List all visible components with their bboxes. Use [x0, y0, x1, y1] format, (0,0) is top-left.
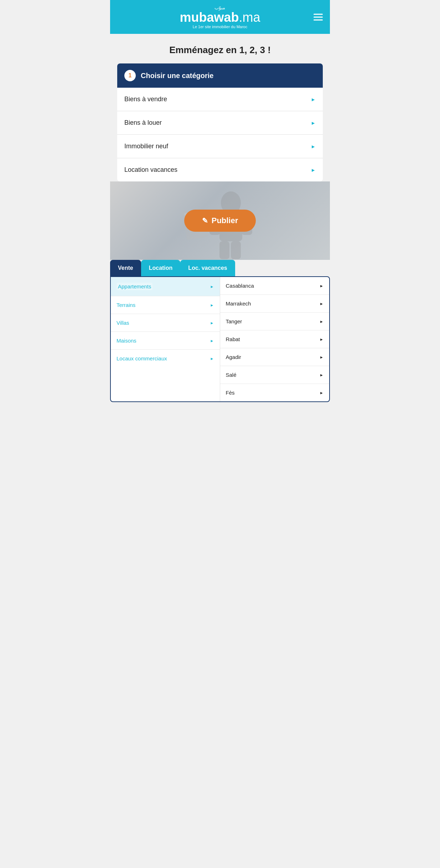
city-label-rabat: Rabat — [226, 336, 240, 342]
property-type-col: Appartements ► Terrains ► Villas ► Maiso… — [111, 277, 220, 401]
property-type-appartements[interactable]: Appartements ► — [111, 277, 220, 296]
category-section: 1 Choisir une catégorie Biens à vendre ►… — [117, 63, 323, 181]
category-item-louer[interactable]: Biens à louer ► — [117, 111, 323, 135]
city-label-casablanca: Casablanca — [226, 283, 254, 289]
step-number: 1 — [124, 70, 136, 81]
city-label-sale: Salé — [226, 372, 237, 378]
property-label-appartements: Appartements — [117, 283, 152, 290]
arrow-rabat: ► — [320, 337, 323, 341]
search-grid: Appartements ► Terrains ► Villas ► Maiso… — [110, 276, 330, 402]
main-content: Emménagez en 1, 2, 3 ! 1 Choisir une cat… — [110, 34, 330, 181]
property-type-terrains[interactable]: Terrains ► — [111, 296, 220, 314]
publier-button[interactable]: ✎ Publier — [184, 210, 256, 232]
city-marrakech[interactable]: Marrakech ► — [220, 295, 330, 313]
city-fes[interactable]: Fès ► — [220, 384, 330, 401]
step-label: Choisir une catégorie — [141, 72, 214, 80]
hamburger-icon — [314, 14, 323, 20]
category-label-vendre: Biens à vendre — [124, 96, 167, 103]
city-label-agadir: Agadir — [226, 354, 241, 360]
arrow-tanger: ► — [320, 319, 323, 324]
arrow-locaux: ► — [210, 356, 214, 361]
arrow-casablanca: ► — [320, 284, 323, 288]
logo-brand: mubawab.ma — [180, 10, 260, 25]
property-type-maisons[interactable]: Maisons ► — [111, 332, 220, 350]
property-label-maisons: Maisons — [117, 338, 136, 344]
menu-button[interactable] — [314, 14, 323, 20]
property-type-locaux[interactable]: Locaux commerciaux ► — [111, 350, 220, 367]
publier-label: Publier — [212, 216, 238, 225]
category-label-louer: Biens à louer — [124, 119, 162, 127]
logo[interactable]: مبوّب mubawab.ma Le 1er site immobilier … — [180, 5, 260, 29]
city-casablanca[interactable]: Casablanca ► — [220, 277, 330, 295]
tab-vente[interactable]: Vente — [110, 260, 141, 276]
arrow-fes: ► — [320, 391, 323, 395]
tab-loc-vacances[interactable]: Loc. vacances — [180, 260, 235, 276]
edit-icon: ✎ — [202, 216, 208, 225]
arrow-icon-neuf: ► — [311, 144, 316, 149]
property-label-locaux: Locaux commerciaux — [117, 355, 167, 361]
city-col: Casablanca ► Marrakech ► Tanger ► Rabat … — [220, 277, 330, 401]
city-tanger[interactable]: Tanger ► — [220, 313, 330, 330]
search-tabs: Vente Location Loc. vacances — [110, 260, 330, 276]
arrow-icon-vacances: ► — [311, 167, 316, 173]
arrow-villas: ► — [210, 321, 214, 325]
category-header: 1 Choisir une catégorie — [117, 63, 323, 88]
arrow-appartements: ► — [210, 284, 214, 289]
city-label-fes: Fès — [226, 390, 235, 396]
svg-rect-5 — [231, 241, 241, 259]
city-sale[interactable]: Salé ► — [220, 366, 330, 384]
city-agadir[interactable]: Agadir ► — [220, 348, 330, 366]
category-label-neuf: Immobilier neuf — [124, 143, 168, 150]
city-label-tanger: Tanger — [226, 318, 242, 324]
category-item-vacances[interactable]: Location vacances ► — [117, 158, 323, 181]
category-label-vacances: Location vacances — [124, 166, 177, 174]
tab-location[interactable]: Location — [141, 260, 181, 276]
arrow-sale: ► — [320, 373, 323, 377]
publish-banner: ✎ Publier — [110, 181, 330, 260]
category-item-vendre[interactable]: Biens à vendre ► — [117, 88, 323, 111]
category-item-neuf[interactable]: Immobilier neuf ► — [117, 135, 323, 158]
arrow-agadir: ► — [320, 355, 323, 359]
page-title: Emménagez en 1, 2, 3 ! — [117, 45, 323, 56]
arrow-icon-vendre: ► — [311, 97, 316, 102]
header: مبوّب mubawab.ma Le 1er site immobilier … — [110, 0, 330, 34]
property-label-terrains: Terrains — [117, 302, 135, 308]
property-type-villas[interactable]: Villas ► — [111, 314, 220, 332]
city-label-marrakech: Marrakech — [226, 301, 251, 307]
arrow-icon-louer: ► — [311, 120, 316, 126]
city-rabat[interactable]: Rabat ► — [220, 330, 330, 348]
arrow-marrakech: ► — [320, 302, 323, 306]
svg-rect-4 — [219, 241, 229, 259]
arrow-terrains: ► — [210, 303, 214, 307]
search-section: Vente Location Loc. vacances Appartement… — [110, 260, 330, 409]
logo-tagline: Le 1er site immobilier du Maroc — [180, 25, 260, 29]
arrow-maisons: ► — [210, 339, 214, 343]
logo-arabic: مبوّب — [180, 5, 260, 10]
property-label-villas: Villas — [117, 320, 129, 326]
